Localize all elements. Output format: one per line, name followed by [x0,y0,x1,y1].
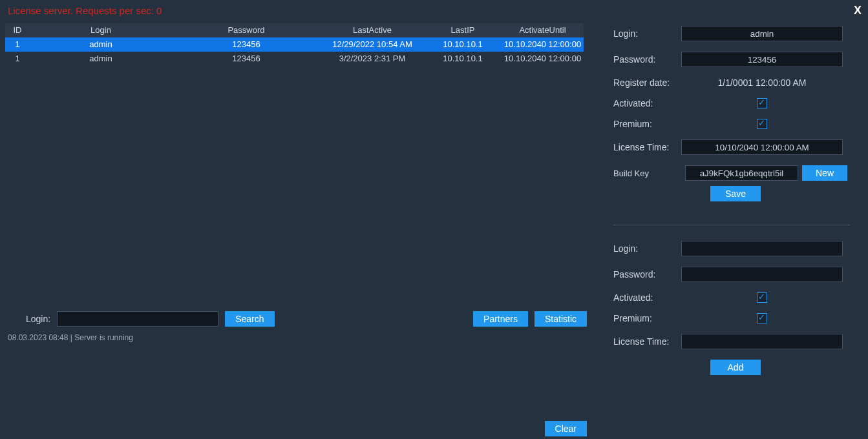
table-header: ID Login Password LastActive LastIP Acti… [5,23,584,37]
new-key-button[interactable]: New [802,165,847,181]
add-premium-checkbox[interactable] [757,313,767,323]
edit-login-input[interactable] [681,26,843,41]
timestamp-text: 08.03.2023 08:48 | Server is running [8,333,133,342]
edit-login-label: Login: [613,28,681,39]
cell-login: admin [30,37,172,52]
cell-password: 123456 [172,37,321,52]
close-icon[interactable]: X [854,4,862,17]
cell-id: 1 [5,37,30,52]
add-premium-label: Premium: [613,313,681,323]
clear-button[interactable]: Clear [545,421,587,436]
search-label: Login: [26,314,50,324]
cell-activate_until: 10.10.2040 12:00:00 [502,37,584,52]
search-button[interactable]: Search [225,311,274,327]
col-activateuntil: ActivateUntil [502,23,584,37]
cell-last_ip: 10.10.10.1 [424,52,502,66]
cell-last_active: 3/2/2023 2:31 PM [321,52,424,66]
cell-id: 1 [5,52,30,66]
col-lastactive: LastActive [321,23,424,37]
edit-activated-checkbox[interactable] [757,98,767,108]
cell-activate_until: 10.10.2040 12:00:00 [502,52,584,66]
edit-password-input[interactable] [681,52,843,67]
table-row[interactable]: 1admin1234563/2/2023 2:31 PM10.10.10.110… [5,52,584,66]
add-password-label: Password: [613,269,681,280]
search-input[interactable] [57,311,218,327]
edit-password-label: Password: [613,54,681,65]
edit-activated-label: Activated: [613,98,681,108]
status-text: License server. Requests per sec: 0 [8,5,162,16]
side-panel: Login: Password: Register date: 1/1/0001… [603,19,868,382]
add-activated-checkbox[interactable] [757,292,767,303]
edit-buildkey-input[interactable] [685,165,798,181]
col-login: Login [30,23,172,37]
col-id: ID [5,23,30,37]
col-lastip: LastIP [424,23,502,37]
add-activated-label: Activated: [613,292,681,303]
edit-license-input[interactable] [681,139,843,155]
cell-last_ip: 10.10.10.1 [424,37,502,52]
cell-login: admin [30,52,172,66]
edit-premium-label: Premium: [613,119,681,129]
cell-password: 123456 [172,52,321,66]
edit-register-label: Register date: [613,77,681,88]
statistic-button[interactable]: Statistic [535,311,587,327]
edit-buildkey-label: Build Key [613,168,681,178]
edit-premium-checkbox[interactable] [757,119,767,129]
add-license-label: License Time: [613,336,681,347]
edit-license-label: License Time: [613,142,681,152]
add-license-input[interactable] [681,334,843,349]
add-button[interactable]: Add [710,360,761,375]
table-row[interactable]: 1admin12345612/29/2022 10:54 AM10.10.10.… [5,37,584,52]
cell-last_active: 12/29/2022 10:54 AM [321,37,424,52]
add-login-input[interactable] [681,241,843,256]
add-password-input[interactable] [681,267,843,282]
save-button[interactable]: Save [710,186,761,201]
add-login-label: Login: [613,243,681,254]
edit-register-value: 1/1/0001 12:00:00 AM [681,77,843,88]
users-table: ID Login Password LastActive LastIP Acti… [5,23,584,66]
divider [613,225,850,225]
col-password: Password [172,23,321,37]
partners-button[interactable]: Partners [473,311,528,327]
search-area: Login: Search [26,311,275,327]
